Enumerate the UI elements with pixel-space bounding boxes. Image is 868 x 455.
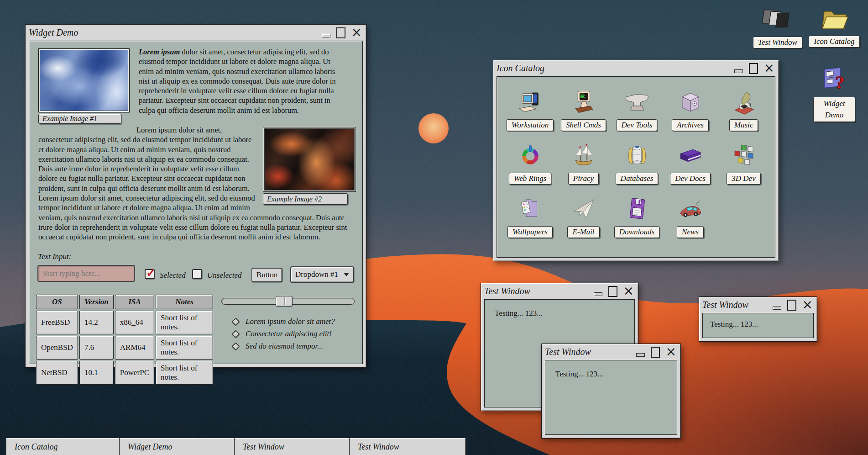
list-item-text: Lorem ipsum dolor sit amet? (246, 317, 335, 326)
catalog-item-label: Piracy (568, 173, 599, 185)
catalog-item-label: Databases (616, 173, 659, 185)
widget-demo-icon: ? (820, 65, 848, 93)
list-item: Consectetur adipiscing elit! (233, 329, 332, 339)
example-image-1 (38, 48, 130, 112)
catalog-item-label: E-Mail (567, 226, 599, 238)
test-window-text: Testing... 123... (485, 300, 634, 327)
catalog-item-label: Music (729, 119, 758, 131)
maximize-button[interactable] (749, 63, 758, 74)
catalog-item-news[interactable]: News (664, 187, 717, 241)
os-table: OS Version ISA Notes FreeBSD 14.2 x86_64… (35, 293, 214, 386)
book-icon (677, 142, 704, 169)
test-window-3: Test Window × Testing... 123... (541, 344, 681, 439)
desktop-icon-icon-catalog[interactable]: Icon Catalog (809, 5, 860, 48)
column-header[interactable]: ISA (115, 295, 154, 309)
diamond-bullet-icon (231, 330, 240, 338)
table-cell: 10.1 (79, 361, 114, 385)
demo-button[interactable]: Button (251, 268, 282, 282)
catalog-item-wallpapers[interactable]: Wallpapers (503, 187, 557, 241)
catalog-item-dev-tools[interactable]: Dev Tools (610, 80, 664, 134)
catalog-item-downloads[interactable]: Downloads (610, 187, 664, 241)
list-item: Sed do eiusmod tempor... (233, 342, 323, 351)
catalog-item-web-rings[interactable]: Web Rings (503, 134, 557, 187)
catalog-item-label: Wallpapers (507, 226, 553, 238)
anvil-icon (624, 89, 650, 115)
minimize-button[interactable] (636, 353, 645, 357)
test-window-2: Test Window × Testing... 123... (699, 296, 817, 342)
taskbar-button-test-window-2[interactable]: Test Window (349, 438, 466, 455)
table-cell: x86_64 (115, 311, 154, 334)
svg-text:?: ? (835, 72, 844, 93)
list-item-text: Sed do eiusmod tempor... (246, 342, 323, 351)
widget-demo-titlebar[interactable]: Widget Demo × (29, 25, 363, 41)
catalog-item-label: Web Rings (509, 173, 552, 185)
test-window-titlebar[interactable]: Test Window × (545, 344, 677, 360)
car-icon (677, 196, 704, 222)
table-cell: Short list of notes. (156, 336, 213, 360)
cubes-3d-icon (731, 142, 757, 169)
test-window-text: Testing... 123... (545, 360, 677, 388)
minimize-button[interactable] (734, 69, 743, 73)
maximize-button[interactable] (651, 347, 660, 358)
icon-catalog-titlebar[interactable]: Icon Catalog × (497, 60, 775, 76)
widget-demo-window: Widget Demo × Example Image #1 Lorem ips… (25, 24, 366, 368)
test-window-titlebar[interactable]: Test Window × (702, 297, 814, 313)
minimize-button[interactable] (594, 292, 602, 296)
catalog-item-shell-cmds[interactable]: Shell Cmds (557, 80, 610, 134)
catalog-item-piracy[interactable]: Piracy (557, 134, 610, 187)
shell-commands-icon (570, 89, 597, 115)
test-window-titlebar[interactable]: Test Window × (484, 283, 635, 299)
text-input[interactable] (37, 265, 135, 282)
table-row[interactable]: OpenBSD 7.6 ARM64 Short list of notes. (36, 336, 213, 360)
minimize-button[interactable] (773, 306, 781, 310)
catalog-item-archives[interactable]: Archives (664, 80, 717, 134)
catalog-item-label: 3D Dev (727, 173, 760, 185)
close-button[interactable]: × (351, 28, 362, 37)
catalog-item-email[interactable]: E-Mail (557, 187, 610, 241)
checkbox-selected[interactable]: ✓ (145, 269, 155, 279)
desktop: Test Window Icon Catalog ? Widget Demo W… (0, 0, 868, 455)
close-button[interactable]: × (623, 286, 634, 296)
column-header[interactable]: Notes (156, 295, 213, 309)
desktop-icon-label: Icon Catalog (809, 36, 859, 48)
safe-icon (677, 89, 704, 115)
table-cell: NetBSD (36, 361, 78, 385)
taskbar-button-icon-catalog[interactable]: Icon Catalog (6, 438, 123, 455)
dropdown-1[interactable]: Dropdown #1 (290, 266, 354, 283)
paragraph-2-container: Example Image #2 Lorem ipsum dolor sit a… (38, 125, 356, 254)
catalog-item-label: Downloads (614, 226, 659, 238)
column-header[interactable]: OS (36, 295, 78, 309)
checkbox-unselected[interactable] (192, 269, 202, 279)
taskbar-button-test-window-1[interactable]: Test Window (234, 438, 351, 455)
slider-handle[interactable] (276, 296, 293, 307)
paragraph-lead: Lorem ipsum (139, 48, 180, 56)
ship-icon (570, 142, 597, 169)
catalog-item-3d-dev[interactable]: 3D Dev (717, 134, 770, 187)
test-window-text: Testing... 123... (703, 313, 813, 335)
maximize-button[interactable] (787, 300, 796, 311)
column-header[interactable]: Version (79, 295, 114, 309)
window-title: Widget Demo (29, 27, 78, 38)
minimize-button[interactable] (322, 34, 330, 37)
close-button[interactable]: × (802, 300, 813, 309)
catalog-item-dev-docs[interactable]: Dev Docs (664, 134, 717, 187)
desktop-icon-widget-demo[interactable]: ? Widget Demo (809, 65, 860, 122)
table-row[interactable]: FreeBSD 14.2 x86_64 Short list of notes. (36, 311, 213, 334)
close-button[interactable]: × (666, 347, 676, 356)
test-window-content: Testing... 123... (702, 313, 814, 338)
catalog-item-label: Archives (672, 119, 709, 131)
catalog-item-music[interactable]: Music (717, 80, 770, 134)
slider[interactable] (221, 298, 355, 305)
catalog-item-workstation[interactable]: Workstation (503, 80, 557, 134)
wallpapers-icon (517, 196, 544, 222)
catalog-item-databases[interactable]: Databases (610, 134, 664, 187)
desktop-icon-test-window[interactable]: Test Window (751, 7, 805, 48)
test-window-content: Testing... 123... (545, 360, 677, 435)
table-row[interactable]: NetBSD 10.1 PowerPC Short list of notes. (36, 361, 213, 385)
maximize-button[interactable] (336, 27, 345, 38)
close-button[interactable]: × (764, 63, 774, 73)
taskbar-button-widget-demo[interactable]: Widget Demo (119, 438, 236, 455)
checkbox-unselected-label: Unselected (207, 271, 242, 280)
maximize-button[interactable] (608, 286, 617, 297)
window-title: Test Window (545, 347, 591, 357)
